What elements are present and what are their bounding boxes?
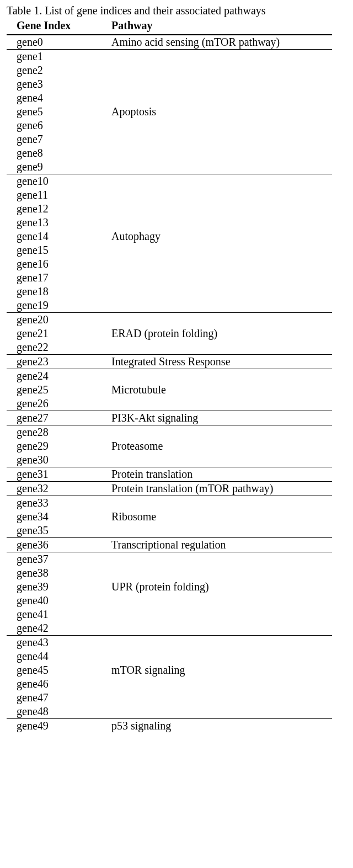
gene-index-cell: gene1 bbox=[7, 50, 108, 64]
table-row: gene21ERAD (protein folding) bbox=[7, 327, 332, 340]
gene-index-cell: gene22 bbox=[7, 340, 108, 355]
pathway-cell-empty bbox=[108, 649, 332, 663]
pathway-cell-empty bbox=[108, 552, 332, 567]
gene-index-cell: gene45 bbox=[7, 663, 108, 677]
gene-index-cell: gene3 bbox=[7, 77, 108, 91]
pathway-cell: UPR (protein folding) bbox=[108, 580, 332, 594]
gene-index-cell: gene27 bbox=[7, 411, 108, 425]
table-row: gene36Transcriptional regulation bbox=[7, 538, 332, 552]
gene-index-cell: gene49 bbox=[7, 719, 108, 733]
gene-index-cell: gene7 bbox=[7, 132, 108, 146]
table-row: gene44 bbox=[7, 649, 332, 663]
table-row: gene41 bbox=[7, 608, 332, 621]
table-row: gene3 bbox=[7, 77, 332, 91]
pathway-cell-empty bbox=[108, 369, 332, 384]
gene-index-cell: gene37 bbox=[7, 552, 108, 567]
table-row: gene48 bbox=[7, 705, 332, 719]
pathway-cell-empty bbox=[108, 524, 332, 538]
table-row: gene17 bbox=[7, 271, 332, 285]
pathway-cell-empty bbox=[108, 174, 332, 189]
gene-index-cell: gene32 bbox=[7, 482, 108, 496]
gene-index-cell: gene10 bbox=[7, 174, 108, 189]
pathway-cell-empty bbox=[108, 132, 332, 146]
table-row: gene1 bbox=[7, 50, 332, 64]
pathway-cell-empty bbox=[108, 243, 332, 257]
pathway-cell: Proteasome bbox=[108, 439, 332, 453]
pathway-cell-empty bbox=[108, 146, 332, 160]
gene-index-cell: gene0 bbox=[7, 35, 108, 50]
pathway-cell-empty bbox=[108, 677, 332, 691]
gene-index-cell: gene35 bbox=[7, 524, 108, 538]
pathway-cell-empty bbox=[108, 271, 332, 285]
gene-index-cell: gene33 bbox=[7, 496, 108, 510]
table-row: gene42 bbox=[7, 621, 332, 636]
table-row: gene8 bbox=[7, 146, 332, 160]
table-row: gene16 bbox=[7, 257, 332, 271]
table-row: gene31Protein translation bbox=[7, 467, 332, 482]
pathway-cell-empty bbox=[108, 202, 332, 216]
gene-index-cell: gene46 bbox=[7, 677, 108, 691]
header-pathway: Pathway bbox=[108, 18, 332, 35]
gene-index-cell: gene23 bbox=[7, 355, 108, 369]
gene-index-cell: gene11 bbox=[7, 188, 108, 202]
pathway-cell-empty bbox=[108, 594, 332, 608]
gene-index-cell: gene34 bbox=[7, 510, 108, 524]
gene-index-cell: gene13 bbox=[7, 216, 108, 230]
table-row: gene6 bbox=[7, 119, 332, 132]
gene-index-cell: gene29 bbox=[7, 439, 108, 453]
gene-index-cell: gene19 bbox=[7, 299, 108, 313]
gene-index-cell: gene21 bbox=[7, 327, 108, 340]
table-row: gene40 bbox=[7, 594, 332, 608]
gene-index-cell: gene5 bbox=[7, 105, 108, 119]
gene-index-cell: gene48 bbox=[7, 705, 108, 719]
gene-index-cell: gene42 bbox=[7, 621, 108, 636]
pathway-cell: Protein translation (mTOR pathway) bbox=[108, 482, 332, 496]
pathway-cell-empty bbox=[108, 705, 332, 719]
table-row: gene37 bbox=[7, 552, 332, 567]
pathway-cell-empty bbox=[108, 608, 332, 621]
pathway-cell-empty bbox=[108, 285, 332, 299]
table-row: gene46 bbox=[7, 677, 332, 691]
gene-index-cell: gene4 bbox=[7, 91, 108, 105]
table-row: gene18 bbox=[7, 285, 332, 299]
gene-index-cell: gene15 bbox=[7, 243, 108, 257]
table-row: gene26 bbox=[7, 397, 332, 411]
pathway-cell: p53 signaling bbox=[108, 719, 332, 733]
pathway-cell-empty bbox=[108, 313, 332, 327]
pathway-cell: Amino acid sensing (mTOR pathway) bbox=[108, 35, 332, 50]
gene-index-cell: gene36 bbox=[7, 538, 108, 552]
pathway-cell-empty bbox=[108, 636, 332, 650]
table-row: gene15 bbox=[7, 243, 332, 257]
pathway-cell: ERAD (protein folding) bbox=[108, 327, 332, 340]
gene-index-cell: gene31 bbox=[7, 467, 108, 482]
gene-index-cell: gene41 bbox=[7, 608, 108, 621]
table-row: gene12 bbox=[7, 202, 332, 216]
pathway-cell-empty bbox=[108, 91, 332, 105]
table-row: gene23Integrated Stress Response bbox=[7, 355, 332, 369]
table-row: gene49p53 signaling bbox=[7, 719, 332, 733]
gene-index-cell: gene20 bbox=[7, 313, 108, 327]
gene-index-cell: gene6 bbox=[7, 119, 108, 132]
gene-index-cell: gene40 bbox=[7, 594, 108, 608]
header-gene-index: Gene Index bbox=[7, 18, 108, 35]
pathway-cell-empty bbox=[108, 621, 332, 636]
table-row: gene22 bbox=[7, 340, 332, 355]
pathway-cell: Apoptosis bbox=[108, 105, 332, 119]
table-row: gene45mTOR signaling bbox=[7, 663, 332, 677]
gene-index-cell: gene44 bbox=[7, 649, 108, 663]
gene-index-cell: gene43 bbox=[7, 636, 108, 650]
pathway-cell: PI3K-Akt signaling bbox=[108, 411, 332, 425]
table-row: gene7 bbox=[7, 132, 332, 146]
gene-index-cell: gene17 bbox=[7, 271, 108, 285]
pathway-cell: Protein translation bbox=[108, 467, 332, 482]
pathway-cell-empty bbox=[108, 160, 332, 174]
table-row: gene2 bbox=[7, 63, 332, 77]
pathway-cell-empty bbox=[108, 496, 332, 510]
gene-index-cell: gene25 bbox=[7, 383, 108, 397]
pathway-cell-empty bbox=[108, 77, 332, 91]
table-row: gene19 bbox=[7, 299, 332, 313]
gene-index-cell: gene2 bbox=[7, 63, 108, 77]
pathway-cell-empty bbox=[108, 566, 332, 580]
pathway-cell-empty bbox=[108, 691, 332, 705]
pathway-cell: mTOR signaling bbox=[108, 663, 332, 677]
